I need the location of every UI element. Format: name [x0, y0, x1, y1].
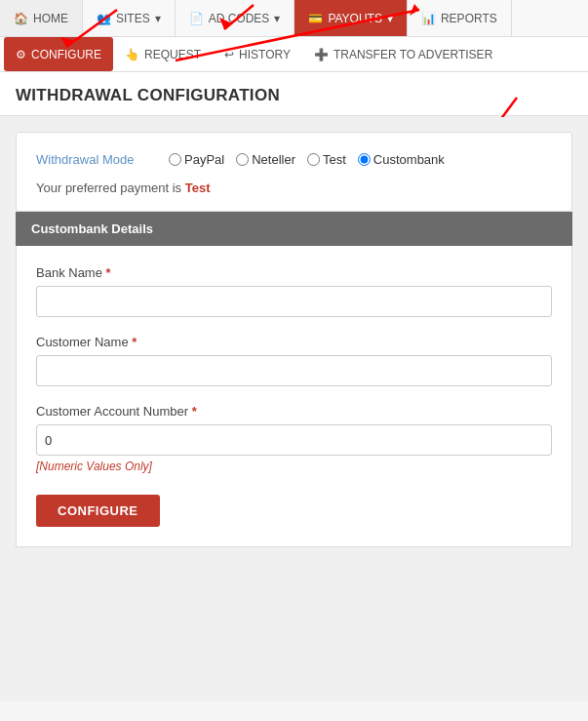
- nav-reports-label: REPORTS: [441, 12, 497, 25]
- radio-custombank[interactable]: Custombank: [358, 152, 445, 167]
- nav-payouts-label: PAYOUTS: [328, 12, 382, 25]
- radio-custombank-input[interactable]: [358, 153, 371, 166]
- nav-payouts[interactable]: 💳 PAYOUTS ▾: [294, 0, 408, 36]
- radio-test[interactable]: Test: [307, 152, 346, 167]
- chevron-down-icon-3: ▾: [387, 12, 393, 25]
- nav-reports[interactable]: 📊 REPORTS: [408, 0, 512, 36]
- transfer-icon: ➕: [314, 48, 329, 61]
- subnav-transfer-label: TRANSFER TO ADVERTISER: [333, 48, 492, 61]
- radio-paypal[interactable]: PayPal: [169, 152, 224, 167]
- radio-test-label: Test: [323, 152, 346, 167]
- subnav-history-label: HISTORY: [239, 48, 291, 61]
- history-icon: ↩: [224, 48, 234, 61]
- nav-sites[interactable]: 👥 SITES ▾: [83, 0, 176, 36]
- withdrawal-mode-row: Withdrawal Mode PayPal Neteller Test: [36, 152, 552, 167]
- bank-name-group: Bank Name *: [36, 265, 552, 317]
- gear-icon: ⚙: [16, 48, 26, 61]
- radio-paypal-label: PayPal: [184, 152, 224, 167]
- customer-name-required: *: [132, 335, 137, 349]
- page-title: WITHDRAWAL CONFIGURATION: [16, 86, 572, 105]
- account-number-hint: [Numeric Values Only]: [36, 460, 552, 473]
- bank-name-input[interactable]: [36, 286, 552, 317]
- nav-adcodes-label: AD CODES: [209, 12, 270, 25]
- second-nav: ⚙ CONFIGURE 👆 REQUEST ↩ HISTORY ➕ TRANSF…: [0, 37, 588, 72]
- bank-name-required: *: [106, 265, 111, 280]
- subnav-request-label: REQUEST: [144, 48, 201, 61]
- page-wrapper: 🏠 HOME 👥 SITES ▾ 📄 AD CODES ▾ 💳 PAYOUTS …: [0, 0, 588, 701]
- preferred-payment-prefix: Your preferred payment is: [36, 180, 185, 195]
- account-number-label: Customer Account Number *: [36, 404, 552, 419]
- reports-icon: 📊: [421, 12, 436, 25]
- chevron-down-icon-2: ▾: [274, 12, 280, 25]
- main-content: Withdrawal Mode PayPal Neteller Test: [0, 116, 588, 701]
- withdrawal-mode-label: Withdrawal Mode: [36, 152, 153, 167]
- nav-home[interactable]: 🏠 HOME: [0, 0, 83, 36]
- sites-icon: 👥: [97, 12, 111, 25]
- subnav-transfer[interactable]: ➕ TRANSFER TO ADVERTISER: [302, 37, 504, 71]
- radio-options: PayPal Neteller Test Custombank: [169, 152, 445, 167]
- customer-name-group: Customer Name *: [36, 335, 552, 386]
- payouts-icon: 💳: [308, 12, 323, 25]
- radio-neteller[interactable]: Neteller: [236, 152, 295, 167]
- customer-name-input[interactable]: [36, 355, 552, 386]
- radio-custombank-label: Custombank: [373, 152, 445, 167]
- radio-neteller-label: Neteller: [252, 152, 295, 167]
- account-number-required: *: [192, 404, 197, 419]
- subnav-request[interactable]: 👆 REQUEST: [113, 37, 213, 71]
- form-section: Bank Name * Customer Name * Customer Acc…: [16, 246, 572, 547]
- withdrawal-mode-card: Withdrawal Mode PayPal Neteller Test: [16, 132, 572, 212]
- customer-name-label: Customer Name *: [36, 335, 552, 349]
- adcodes-icon: 📄: [189, 12, 204, 25]
- account-number-group: Customer Account Number * [Numeric Value…: [36, 404, 552, 473]
- request-icon: 👆: [125, 48, 139, 61]
- account-number-input[interactable]: [36, 424, 552, 456]
- nav-sites-label: SITES: [116, 12, 150, 25]
- nav-adcodes[interactable]: 📄 AD CODES ▾: [176, 0, 295, 36]
- radio-test-input[interactable]: [307, 153, 320, 166]
- subnav-history[interactable]: ↩ HISTORY: [213, 37, 302, 71]
- subnav-configure[interactable]: ⚙ CONFIGURE: [4, 37, 113, 71]
- radio-paypal-input[interactable]: [169, 153, 181, 166]
- preferred-payment-value: Test: [185, 180, 211, 195]
- section-header: Custombank Details: [16, 212, 572, 246]
- home-icon: 🏠: [14, 12, 28, 25]
- configure-button[interactable]: CONFIGURE: [36, 495, 160, 527]
- page-title-bar: WITHDRAWAL CONFIGURATION: [0, 72, 588, 116]
- subnav-configure-label: CONFIGURE: [31, 48, 101, 61]
- nav-home-label: HOME: [33, 12, 68, 25]
- top-nav: 🏠 HOME 👥 SITES ▾ 📄 AD CODES ▾ 💳 PAYOUTS …: [0, 0, 588, 37]
- bank-name-label: Bank Name *: [36, 265, 552, 280]
- radio-neteller-input[interactable]: [236, 153, 249, 166]
- chevron-down-icon: ▾: [155, 12, 161, 25]
- preferred-payment-line: Your preferred payment is Test: [36, 180, 552, 195]
